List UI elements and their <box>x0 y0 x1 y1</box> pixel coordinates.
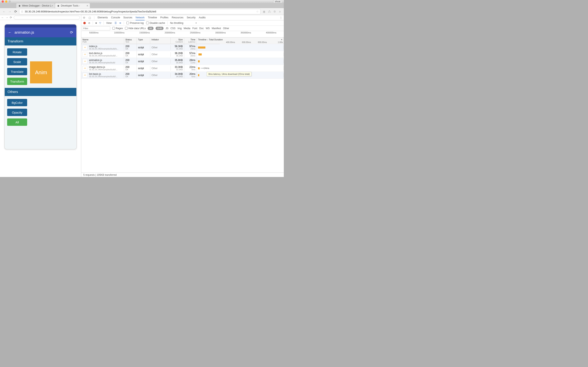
window-titlebar: shuai <box>0 0 284 3</box>
translate-button[interactable]: Translate <box>7 68 27 75</box>
tab-sources[interactable]: Sources <box>123 15 132 20</box>
waterfall-icon[interactable]: ≋ <box>119 22 121 25</box>
extension-icon[interactable]: ⁂ <box>268 10 271 13</box>
address-bar: ← → ⟳ 🗋 30.30.29.246:8088/devtools/inspe… <box>0 8 284 15</box>
filter-all[interactable]: All <box>148 27 153 30</box>
traffic-lights <box>2 0 11 3</box>
profile-button[interactable]: shuai <box>273 0 282 3</box>
tab-developer-tools[interactable]: ◆ Developer Tools - × <box>55 3 90 8</box>
tab-audits[interactable]: Audits <box>199 15 206 20</box>
scale-button[interactable]: Scale <box>7 58 27 66</box>
tab-title: Weex Debugger - Device L <box>22 4 52 7</box>
filter-xhr[interactable]: XHR <box>156 27 164 30</box>
devtools-pane: ⯐ ▢ ElementsConsoleSourcesNetworkTimelin… <box>81 15 284 177</box>
tab-console[interactable]: Console <box>111 15 120 20</box>
maximize-icon[interactable] <box>9 0 11 3</box>
browser-tabs: ◆ Weex Debugger - Device L × ◆ Developer… <box>0 3 284 8</box>
opacity-button[interactable]: Opacity <box>7 109 27 116</box>
tab-elements[interactable]: Elements <box>98 15 108 20</box>
filter-doc[interactable]: Doc <box>199 27 204 30</box>
minimize-icon[interactable] <box>5 0 7 3</box>
more-icon[interactable]: ⋮ <box>280 16 282 19</box>
js-file-icon: JS <box>82 73 87 78</box>
favicon-icon: ◆ <box>18 4 21 7</box>
inspect-icon[interactable]: ⯐ <box>83 16 85 19</box>
app-title: animation.js <box>15 30 34 35</box>
tab-network[interactable]: Network <box>136 15 145 20</box>
large-rows-icon[interactable]: ☰ <box>114 22 117 25</box>
reload-icon[interactable]: ⟳ <box>13 9 17 13</box>
back-icon[interactable]: ← <box>2 10 6 13</box>
js-file-icon: JS <box>82 59 87 64</box>
close-icon[interactable]: × <box>52 4 53 7</box>
overview-tick: 400000ms <box>259 31 284 37</box>
regex-checkbox[interactable]: Regex <box>112 27 123 30</box>
preview-url-input[interactable] <box>14 16 80 19</box>
table-row[interactable]: JSindex.js30.30.29.246/examples/build/s.… <box>81 44 284 51</box>
overview-tick: 300000ms <box>208 31 233 37</box>
timing-tooltip: 8ms latency, 14ms download (22ms total) <box>207 72 251 76</box>
rotate-button[interactable]: Rotate <box>7 48 27 56</box>
forward-icon[interactable]: → <box>8 10 12 13</box>
filter-ws[interactable]: WS <box>206 27 210 30</box>
overview-tick: 150000ms <box>132 31 157 37</box>
extension-icon[interactable]: ✲ <box>273 10 277 13</box>
globe-icon: 🗋 <box>21 10 24 13</box>
network-toolbar: ⊘ ■ ▽ View: ☰ ≋ Preserve log Disable cac… <box>81 20 284 26</box>
tab-security[interactable]: Security <box>187 15 195 20</box>
filter-font[interactable]: Font <box>192 27 197 30</box>
timeline-tick: 400.00ms <box>220 41 236 44</box>
js-file-icon: JS <box>82 52 87 57</box>
js-file-icon: JS <box>82 45 87 50</box>
refresh-icon[interactable]: ⟳ <box>70 30 73 35</box>
table-row[interactable]: JSimage-demo.js30.30.29.246/examples/bui… <box>81 65 284 72</box>
filter-icon[interactable]: ▽ <box>99 22 101 25</box>
back-icon[interactable]: ← <box>1 16 4 19</box>
tab-weex-debugger[interactable]: ◆ Weex Debugger - Device L × <box>16 3 55 8</box>
menu-icon[interactable]: ≡ <box>278 10 282 13</box>
filter-input[interactable] <box>82 26 110 30</box>
device-mode-icon[interactable]: ▢ <box>89 16 91 19</box>
forward-icon[interactable]: → <box>6 16 8 19</box>
url-input[interactable]: 🗋 30.30.29.246:8088/devtools/inspector.h… <box>19 9 260 14</box>
overview-tick: 50000ms <box>81 31 107 37</box>
close-icon[interactable]: × <box>86 4 88 7</box>
filter-other[interactable]: Other <box>223 27 229 30</box>
record-icon[interactable] <box>83 22 86 24</box>
bgcolor-button[interactable]: BgColor <box>7 99 27 106</box>
filter-manifest[interactable]: Manifest <box>212 27 221 30</box>
camera-icon[interactable]: ■ <box>95 22 97 25</box>
clear-icon[interactable]: ⊘ <box>88 22 90 25</box>
filter-img[interactable]: Img <box>178 27 182 30</box>
timeline-tick: 800.00ms <box>252 41 268 44</box>
js-file-icon: JS <box>82 66 87 71</box>
throttling-select[interactable]: No throttling <box>170 22 197 25</box>
back-icon[interactable]: ← <box>8 30 12 35</box>
bookmark-icon[interactable]: ☆ <box>256 10 259 13</box>
hide-data-urls-checkbox[interactable]: Hide data URLs <box>125 27 146 30</box>
app-header: ← animation.js ⟳ <box>5 27 76 37</box>
overview-tick: 250000ms <box>182 31 208 37</box>
close-icon[interactable] <box>2 0 4 3</box>
transform-button[interactable]: Transform <box>7 78 27 85</box>
table-row[interactable]: JStext-demo.js30.30.29.246/examples/buil… <box>81 51 284 58</box>
table-row[interactable]: JSlist-basic.js30.30.29.246/examples/bui… <box>81 72 284 79</box>
timeline-tick: 1.00s <box>268 41 284 44</box>
filter-media[interactable]: Media <box>184 27 190 30</box>
filter-js[interactable]: JS <box>165 27 168 30</box>
devtools-tabs: ⯐ ▢ ElementsConsoleSourcesNetworkTimelin… <box>81 15 284 20</box>
preview-pane: ← → ⟳ ← animation.js ⟳ Transform Rotate … <box>0 15 81 177</box>
timeline-overview[interactable]: 50000ms100000ms150000ms200000ms250000ms3… <box>81 31 284 38</box>
extension-icon[interactable]: ◉ <box>262 10 266 13</box>
filter-css[interactable]: CSS <box>171 27 176 30</box>
tab-timeline[interactable]: Timeline <box>148 15 157 20</box>
preserve-log-checkbox[interactable]: Preserve log <box>126 22 144 25</box>
table-row[interactable]: JSanimation.js30.30.29.246/examples/buil… <box>81 58 284 65</box>
disable-cache-checkbox[interactable]: Disable cache <box>146 22 165 25</box>
all-button[interactable]: All <box>7 118 27 126</box>
tab-profiles[interactable]: Profiles <box>160 15 168 20</box>
reload-icon[interactable]: ⟳ <box>10 16 12 19</box>
network-table: NamePath StatusText Type Initiator SizeC… <box>81 38 284 173</box>
tab-resources[interactable]: Resources <box>172 15 183 20</box>
anim-box: Anim <box>30 61 52 83</box>
